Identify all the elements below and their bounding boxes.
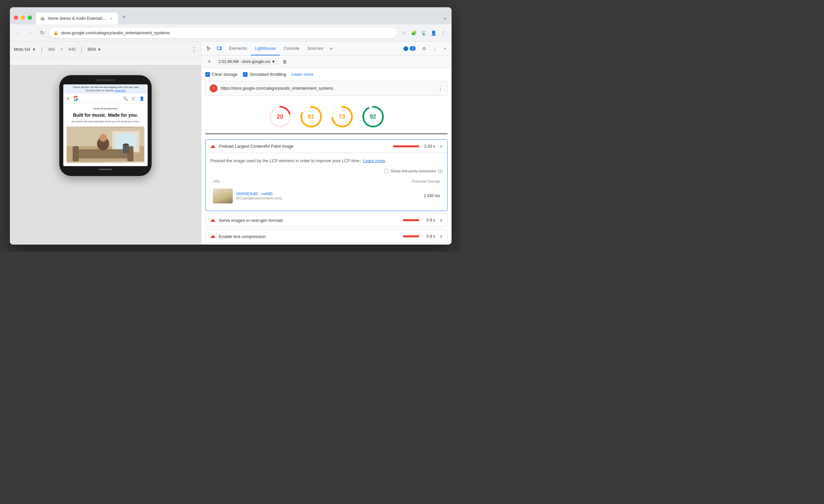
bookmark-icon[interactable]: ☆ [400, 29, 408, 37]
profile-icon[interactable]: 👤 [429, 29, 438, 37]
score-value-performance: 20 [277, 113, 283, 120]
responsive-toolbar: Moto G4 ▼ | 360 × 640 | 65% ▼ ⋮ [10, 41, 201, 57]
phone-subtext: Get started with audio packages that fit… [67, 120, 144, 123]
lighthouse-body: ✓ Clear storage ✓ Simulated throttling L… [201, 68, 451, 244]
ruler-ticks [10, 57, 201, 61]
session-selector[interactable]: 1:01:49 AM - store.google.cor ▼ [216, 58, 278, 65]
audit-item-compression-header[interactable]: Enable text compression 0.9 s ∨ [206, 230, 447, 243]
mobile-panel: Moto G4 ▼ | 360 × 640 | 65% ▼ ⋮ [10, 41, 201, 244]
session-subheader: + 1:01:49 AM - store.google.cor ▼ 🗑 [201, 56, 451, 68]
audit-url-row: ! https://store.google.com/category/audi… [205, 81, 447, 96]
clear-storage-label: Clear storage [212, 72, 238, 77]
devtools-close-button[interactable]: × [441, 45, 449, 53]
devtools-tabs: Elements Lighthouse Console Sources » [201, 41, 451, 56]
new-tab-button[interactable]: + [119, 12, 128, 22]
simulated-throttling-checkbox[interactable]: ✓ Simulated throttling [243, 72, 286, 77]
audit-compression-chevron: ∨ [440, 234, 443, 239]
delete-session-button[interactable]: 🗑 [281, 58, 289, 66]
phone-account-icon[interactable]: 👤 [139, 96, 144, 101]
audit-compression-score: 0.9 s [403, 234, 435, 239]
score-circle-performance: 20 [269, 105, 292, 128]
resource-savings: 2,430 ms [417, 194, 440, 198]
url-text: store.google.com/category/audio_entertai… [61, 30, 170, 35]
tab-close-button[interactable]: × [109, 16, 114, 21]
phone-category: Audio Entertainment [67, 107, 144, 110]
clear-storage-checkbox[interactable]: ✓ Clear storage [205, 72, 238, 77]
audit-compression-bar [403, 235, 419, 237]
devtools-more-button[interactable]: ⋮ [430, 45, 440, 53]
audit-next-gen-chevron: ∨ [440, 218, 443, 222]
tab-favicon [40, 16, 45, 21]
more-tabs-button[interactable]: » [327, 45, 335, 52]
close-icon: × [444, 46, 446, 51]
tab-console[interactable]: Console [280, 41, 304, 56]
address-bar: ← → ↻ 🔒 store.google.com/category/audio_… [10, 24, 451, 41]
add-session-button[interactable]: + [205, 58, 213, 66]
phone-promo-banner: There's still time. Get free two-day shi… [63, 84, 148, 94]
score-value-accessibility: 81 [308, 113, 314, 120]
audit-item-preload-lcp: Preload Largest Contentful Paint image 2… [205, 139, 447, 211]
3rd-party-label: Show 3rd-party resources [391, 169, 436, 173]
maximize-button[interactable] [28, 15, 32, 20]
viewport-width: 360 [48, 47, 55, 52]
3rd-party-checkbox[interactable] [384, 169, 389, 173]
minimize-button[interactable] [21, 15, 25, 20]
audit-preload-lcp-score: 2.43 s [393, 144, 435, 149]
audit-item-compression: Enable text compression 0.9 s ∨ [205, 230, 447, 243]
device-emulation-button[interactable] [215, 44, 224, 53]
phone-cart-icon[interactable]: 🛒 [131, 96, 136, 101]
address-right-icons: ☆ 🧩 📡 👤 ⋮ [400, 29, 447, 37]
score-value-best-practices: 73 [338, 113, 345, 120]
tab-sources[interactable]: Sources [304, 41, 327, 56]
ruler-area [10, 57, 201, 65]
audit-3rd-party-toggle[interactable]: Show 3rd-party resources (1) [210, 169, 443, 173]
chrome-menu-icon[interactable]: ⌄ [443, 14, 447, 21]
browser-tab[interactable]: Home Stereo & Audio Entertain... × [36, 12, 118, 24]
audit-item-next-gen-header[interactable]: Serve images in next-gen formats 0.9 s ∨ [206, 214, 447, 227]
simulated-throttling-check-icon: ✓ [243, 72, 247, 77]
device-chevron-icon: ▼ [32, 47, 36, 52]
audit-item-preload-lcp-header[interactable]: Preload Largest Contentful Paint image 2… [206, 140, 447, 153]
toolbar-sep2: | [81, 46, 82, 53]
cursor-tool-button[interactable] [204, 44, 213, 53]
url-bar[interactable]: 🔒 store.google.com/category/audio_entert… [49, 28, 397, 38]
audit-item-compression-title: Enable text compression [219, 234, 400, 239]
audit-url: https://store.google.com/category/audio_… [221, 86, 434, 91]
learn-more-link[interactable]: Learn more [291, 72, 313, 77]
audit-more-button[interactable]: ⋮ [437, 85, 443, 92]
cast-icon[interactable]: 📡 [419, 29, 428, 37]
audit-warning-icon: ! [210, 84, 217, 92]
audit-preload-lcp-desc: Preload the image used by the LCP elemen… [210, 158, 443, 164]
tab-lighthouse[interactable]: Lighthouse [251, 41, 280, 56]
settings-icon: ⚙ [422, 46, 426, 51]
zoom-value: 65% [88, 47, 96, 52]
back-button[interactable]: ← [14, 28, 23, 37]
audit-preload-lcp-expanded: Preload the image used by the LCP elemen… [206, 153, 447, 211]
refresh-button[interactable]: ↻ [37, 28, 47, 37]
phone-hero-svg [67, 126, 144, 163]
phone-hamburger-icon[interactable]: ≡ [67, 96, 69, 101]
zoom-selector[interactable]: 65% ▼ [88, 47, 101, 52]
responsive-more-button[interactable]: ⋮ [191, 46, 197, 53]
device-selector[interactable]: Moto G4 ▼ [14, 47, 36, 52]
phone-banner-link[interactable]: Shop now [115, 89, 125, 92]
issues-button[interactable]: 🔵 2 [401, 45, 418, 53]
forward-button[interactable]: → [26, 28, 35, 37]
devtools-panel: Elements Lighthouse Console Sources » [201, 41, 451, 244]
tab-elements[interactable]: Elements [225, 41, 251, 56]
settings-button[interactable]: ⚙ [420, 45, 429, 53]
device-name: Moto G4 [14, 47, 30, 52]
close-button[interactable] [14, 15, 18, 20]
phone-frame: There's still time. Get free two-day shi… [59, 75, 151, 176]
audit-preload-lcp-learn-more[interactable]: Learn more [363, 158, 385, 163]
chrome-more-icon[interactable]: ⋮ [439, 29, 447, 37]
3rd-party-count: (1) [438, 169, 443, 173]
phone-search-icon[interactable]: 🔍 [123, 96, 128, 101]
audit-item-next-gen: Serve images in next-gen formats 0.9 s ∨ [205, 214, 447, 227]
phone-nav-right: 🔍 🛒 👤 [123, 96, 144, 101]
audit-warning-triangle-icon [210, 145, 216, 148]
resource-path: /rbNNiE4oM...=w680 [236, 192, 414, 196]
traffic-lights [14, 15, 32, 20]
browser-window: Home Stereo & Audio Entertain... × + ⌄ ←… [10, 7, 451, 244]
extensions-icon[interactable]: 🧩 [409, 29, 418, 37]
